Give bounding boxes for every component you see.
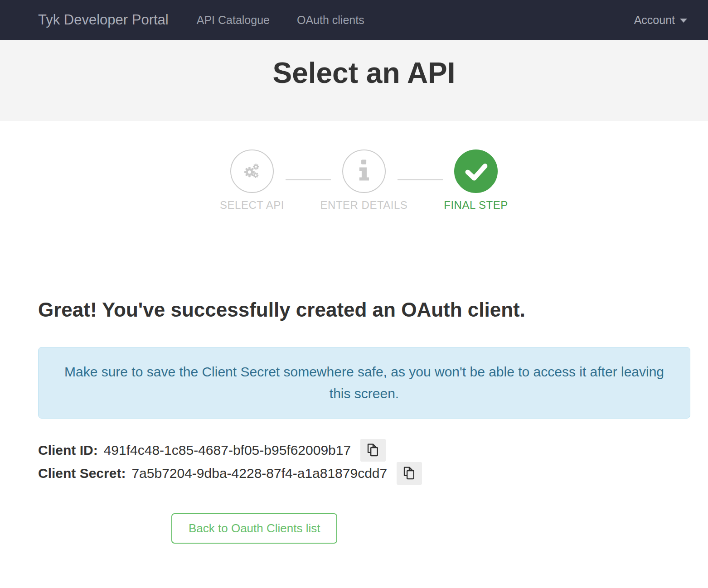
client-secret-label: Client Secret: [38, 466, 126, 481]
success-heading: Great! You've successfully created an OA… [38, 297, 690, 323]
copy-icon [402, 466, 417, 481]
step-select-api: SELECT API [202, 149, 302, 212]
step-select-api-circle [230, 149, 274, 193]
info-alert: Make sure to save the Client Secret some… [38, 347, 690, 419]
step-label-select-api: SELECT API [220, 199, 284, 212]
step-label-enter-details: ENTER DETAILS [320, 199, 408, 212]
copy-client-secret-button[interactable] [397, 462, 422, 485]
client-id-label: Client ID: [38, 443, 98, 458]
account-menu[interactable]: Account [634, 14, 687, 27]
wizard-stepper: SELECT API ENTER DETAILS FINAL STEP [0, 149, 708, 209]
gears-icon [238, 157, 266, 185]
info-icon [356, 159, 372, 183]
main-content: Great! You've successfully created an OA… [38, 297, 690, 544]
navbar: Tyk Developer Portal API Catalogue OAuth… [0, 0, 708, 40]
copy-icon [365, 443, 381, 458]
nav-links: API Catalogue OAuth clients [197, 14, 364, 27]
page-title: Select an API [10, 56, 708, 90]
client-secret-value: 7a5b7204-9dba-4228-87f4-a1a81879cdd7 [131, 466, 387, 481]
account-label: Account [634, 14, 675, 27]
copy-client-id-button[interactable] [360, 439, 386, 462]
step-enter-details: ENTER DETAILS [314, 149, 414, 212]
step-final-step: FINAL STEP [426, 149, 526, 212]
nav-item-oauth-clients[interactable]: OAuth clients [297, 14, 364, 27]
nav-item-api-catalogue[interactable]: API Catalogue [197, 14, 270, 27]
caret-down-icon [680, 19, 687, 23]
check-icon [455, 149, 497, 193]
client-id-row: Client ID: 491f4c48-1c85-4687-bf05-b95f6… [38, 439, 690, 462]
back-to-oauth-clients-button[interactable]: Back to Oauth Clients list [171, 513, 337, 544]
step-label-final-step: FINAL STEP [444, 199, 508, 212]
client-secret-row: Client Secret: 7a5b7204-9dba-4228-87f4-a… [38, 462, 690, 485]
client-id-value: 491f4c48-1c85-4687-bf05-b95f62009b17 [104, 443, 351, 458]
brand-title[interactable]: Tyk Developer Portal [38, 12, 169, 28]
step-enter-details-circle [342, 149, 386, 193]
step-final-step-circle [454, 149, 498, 193]
page-header: Select an API [0, 40, 708, 120]
info-alert-text: Make sure to save the Client Secret some… [64, 364, 664, 401]
